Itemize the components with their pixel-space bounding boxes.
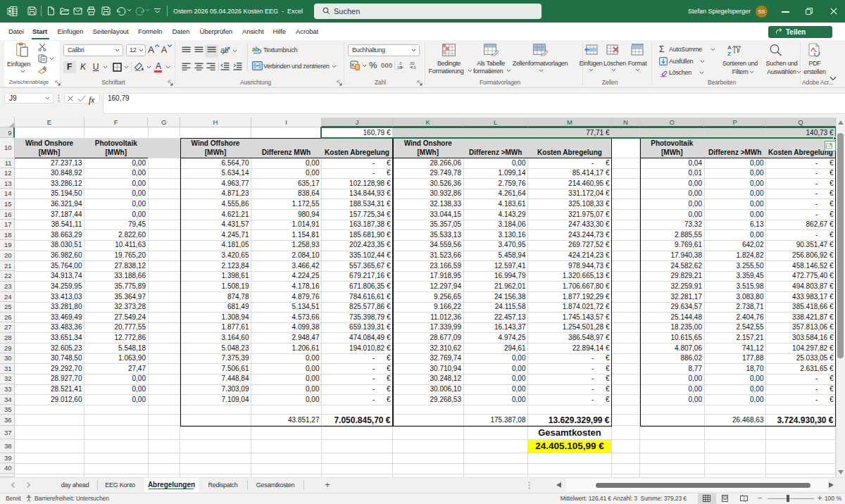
- svg-text:,0: ,0: [413, 65, 416, 70]
- svg-text:Z: Z: [727, 51, 731, 56]
- svg-text:K: K: [351, 62, 355, 68]
- svg-text:A: A: [727, 44, 732, 51]
